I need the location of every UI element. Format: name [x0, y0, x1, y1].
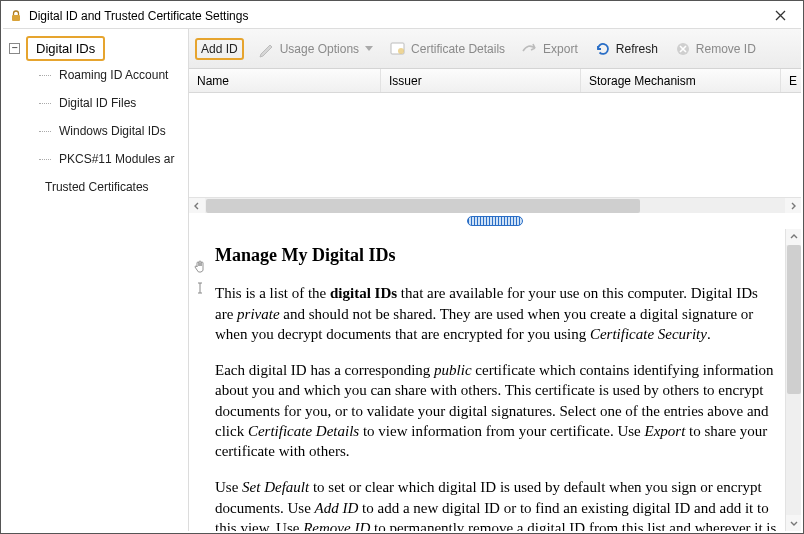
remove-id-label: Remove ID	[696, 42, 756, 56]
certificate-details-button[interactable]: Certificate Details	[383, 37, 511, 61]
doc-gutter	[189, 229, 211, 531]
title-bar: Digital ID and Trusted Certificate Setti…	[3, 3, 801, 29]
export-button[interactable]: Export	[515, 37, 584, 61]
usage-options-label: Usage Options	[280, 42, 359, 56]
column-label: Storage Mechanism	[589, 74, 696, 88]
tree-root-digital-ids[interactable]: Digital IDs	[26, 36, 105, 61]
doc-content: Manage My Digital IDs This is a list of …	[211, 229, 785, 531]
t: private	[237, 306, 280, 322]
vertical-scrollbar[interactable]	[785, 229, 801, 531]
column-extra[interactable]: E	[781, 69, 801, 92]
splitter[interactable]	[189, 213, 801, 229]
column-headers: Name Issuer Storage Mechanism E	[189, 69, 801, 93]
refresh-icon	[594, 40, 612, 58]
t: Export	[644, 423, 685, 439]
t: .	[707, 326, 711, 342]
doc-paragraph-2: Each digital ID has a corresponding publ…	[215, 360, 777, 461]
hand-icon[interactable]	[193, 259, 207, 273]
tree-root-row[interactable]: − Digital IDs	[3, 35, 188, 61]
tree-item-digital-id-files[interactable]: Digital ID Files	[3, 89, 188, 117]
ibeam-icon[interactable]	[193, 281, 207, 295]
tree-item-pkcs11-modules[interactable]: PKCS#11 Modules ar	[3, 145, 188, 173]
export-label: Export	[543, 42, 578, 56]
tree-item-label: Digital ID Files	[59, 96, 136, 110]
certificate-icon	[389, 40, 407, 58]
t: public	[434, 362, 472, 378]
grid-body[interactable]	[189, 93, 801, 197]
lock-icon	[9, 9, 23, 23]
pencil-icon	[258, 40, 276, 58]
tree-collapse-icon[interactable]: −	[9, 43, 20, 54]
tree-item-label: PKCS#11 Modules ar	[59, 152, 174, 166]
usage-options-button[interactable]: Usage Options	[252, 37, 379, 61]
t: digital IDs	[330, 285, 397, 301]
t: Add ID	[315, 500, 359, 516]
tree-item-label: Windows Digital IDs	[59, 124, 166, 138]
add-id-button[interactable]: Add ID	[195, 38, 244, 60]
column-issuer[interactable]: Issuer	[381, 69, 581, 92]
t: Certificate Security	[590, 326, 707, 342]
doc-paragraph-1: This is a list of the digital IDs that a…	[215, 283, 777, 344]
tree-item-roaming-id[interactable]: Roaming ID Account	[3, 61, 188, 89]
scroll-thumb[interactable]	[787, 245, 801, 394]
t: Remove ID	[303, 520, 370, 531]
t: to view information from your certificat…	[359, 423, 644, 439]
add-id-label: Add ID	[201, 42, 238, 56]
svg-point-5	[398, 48, 404, 54]
tree-item-windows-digital-ids[interactable]: Windows Digital IDs	[3, 117, 188, 145]
chevron-down-icon	[365, 46, 373, 51]
t: Certificate Details	[248, 423, 359, 439]
tree-item-label: Trusted Certificates	[45, 180, 149, 194]
scroll-track[interactable]	[786, 245, 801, 515]
column-name[interactable]: Name	[189, 69, 381, 92]
column-label: Issuer	[389, 74, 422, 88]
column-storage[interactable]: Storage Mechanism	[581, 69, 781, 92]
right-panel: Add ID Usage Options Certificate Details	[189, 29, 801, 531]
certificate-details-label: Certificate Details	[411, 42, 505, 56]
remove-circle-icon	[674, 40, 692, 58]
t: Set Default	[242, 479, 309, 495]
scroll-up-icon[interactable]	[786, 229, 801, 245]
horizontal-scrollbar[interactable]	[189, 197, 801, 213]
scroll-right-icon[interactable]	[785, 198, 801, 214]
splitter-grip-icon[interactable]	[467, 216, 523, 226]
column-label: Name	[197, 74, 229, 88]
t: Each digital ID has a corresponding	[215, 362, 434, 378]
scroll-track[interactable]	[206, 199, 784, 213]
t: This is a list of the	[215, 285, 330, 301]
scroll-thumb[interactable]	[206, 199, 640, 213]
scroll-down-icon[interactable]	[786, 515, 801, 531]
sidebar-tree: − Digital IDs Roaming ID Account Digital…	[3, 29, 189, 531]
refresh-button[interactable]: Refresh	[588, 37, 664, 61]
close-icon[interactable]	[765, 4, 795, 28]
refresh-label: Refresh	[616, 42, 658, 56]
tree-item-trusted-certificates[interactable]: Trusted Certificates	[3, 173, 188, 201]
remove-id-button[interactable]: Remove ID	[668, 37, 762, 61]
column-label: E	[789, 74, 797, 88]
window-title: Digital ID and Trusted Certificate Setti…	[29, 9, 765, 23]
content-area: − Digital IDs Roaming ID Account Digital…	[3, 29, 801, 531]
tree-item-label: Roaming ID Account	[59, 68, 168, 82]
doc-heading: Manage My Digital IDs	[215, 243, 777, 267]
t: Use	[215, 479, 242, 495]
document-pane: Manage My Digital IDs This is a list of …	[189, 229, 801, 531]
scroll-left-icon[interactable]	[189, 198, 205, 214]
export-arrow-icon	[521, 40, 539, 58]
svg-rect-0	[12, 15, 20, 21]
toolbar: Add ID Usage Options Certificate Details	[189, 29, 801, 69]
doc-paragraph-3: Use Set Default to set or clear which di…	[215, 477, 777, 531]
